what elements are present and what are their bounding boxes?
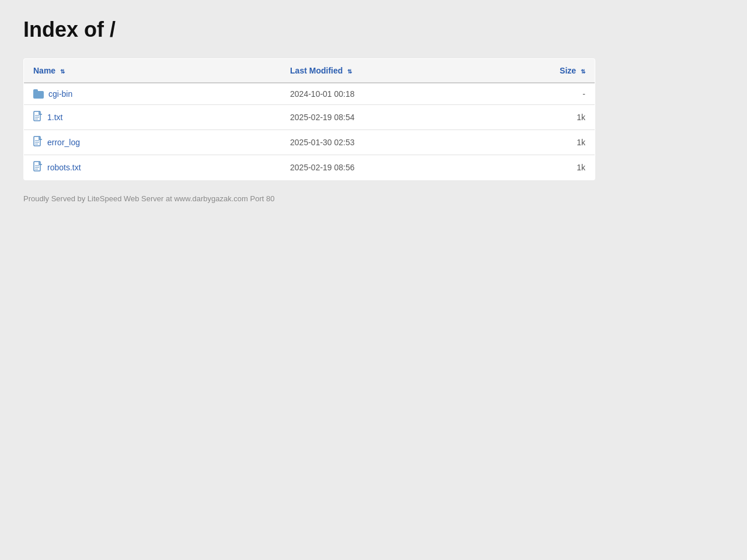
file-name: cgi-bin bbox=[48, 89, 72, 99]
file-link[interactable]: cgi-bin bbox=[33, 89, 271, 99]
file-icon bbox=[33, 161, 43, 174]
file-size: 1k bbox=[509, 130, 595, 155]
file-name: 1.txt bbox=[47, 113, 62, 122]
file-modified: 2025-01-30 02:53 bbox=[281, 130, 509, 155]
file-icon bbox=[33, 111, 43, 124]
col-header-modified[interactable]: Last Modified ⇅ bbox=[281, 59, 509, 83]
col-header-name[interactable]: Name ⇅ bbox=[24, 59, 281, 83]
page-title: Index of / bbox=[23, 18, 724, 42]
file-link[interactable]: error_log bbox=[33, 136, 271, 149]
table-header-row: Name ⇅ Last Modified ⇅ Size ⇅ bbox=[24, 59, 595, 83]
file-name: error_log bbox=[47, 138, 80, 147]
folder-icon bbox=[33, 89, 44, 99]
sort-icon-name: ⇅ bbox=[60, 68, 65, 75]
file-link[interactable]: 1.txt bbox=[33, 111, 271, 124]
file-link[interactable]: robots.txt bbox=[33, 161, 271, 174]
file-modified: 2024-10-01 00:18 bbox=[281, 83, 509, 105]
table-row: robots.txt2025-02-19 08:561k bbox=[24, 155, 595, 180]
file-listing-table: Name ⇅ Last Modified ⇅ Size ⇅ cgi-bin202… bbox=[23, 58, 595, 180]
file-modified: 2025-02-19 08:56 bbox=[281, 155, 509, 180]
col-header-size[interactable]: Size ⇅ bbox=[509, 59, 595, 83]
file-size: 1k bbox=[509, 105, 595, 130]
file-name: robots.txt bbox=[47, 163, 81, 172]
sort-icon-modified: ⇅ bbox=[347, 68, 352, 75]
file-size: - bbox=[509, 83, 595, 105]
sort-icon-size: ⇅ bbox=[581, 68, 585, 75]
table-row: 1.txt2025-02-19 08:541k bbox=[24, 105, 595, 130]
table-row: error_log2025-01-30 02:531k bbox=[24, 130, 595, 155]
file-modified: 2025-02-19 08:54 bbox=[281, 105, 509, 130]
file-icon bbox=[33, 136, 43, 149]
footer-text: Proudly Served by LiteSpeed Web Server a… bbox=[23, 194, 724, 203]
file-size: 1k bbox=[509, 155, 595, 180]
table-row: cgi-bin2024-10-01 00:18- bbox=[24, 83, 595, 105]
